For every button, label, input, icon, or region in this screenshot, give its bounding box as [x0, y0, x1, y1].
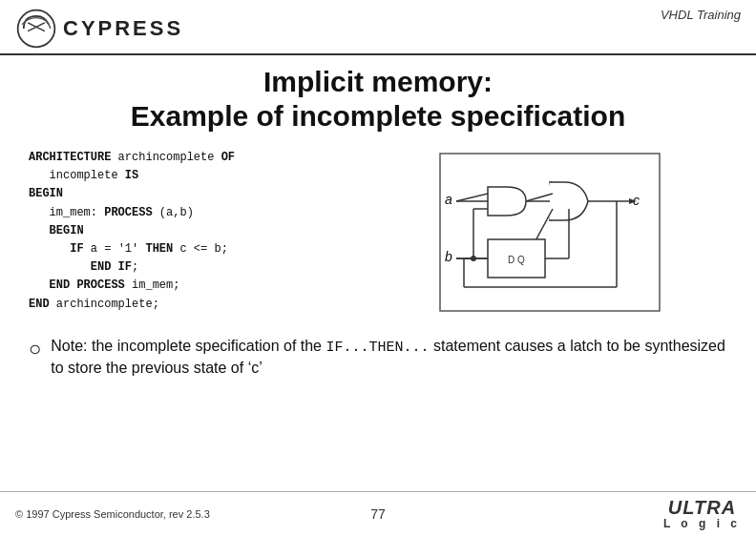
header-vhdl-title: VHDL Training: [661, 8, 741, 22]
ultra-logic-logo: ULTRA L o g i c: [663, 498, 741, 530]
svg-line-9: [526, 194, 553, 201]
header: CYPRESS VHDL Training: [0, 0, 756, 55]
svg-point-22: [471, 256, 476, 261]
label-b: b: [445, 249, 452, 264]
cypress-logo-icon: [15, 8, 57, 50]
note-text: Note: the incomplete specification of th…: [51, 336, 727, 379]
note-section: ○ Note: the incomplete specification of …: [0, 330, 756, 382]
footer-page-number: 77: [370, 506, 386, 522]
logo-area: CYPRESS: [15, 8, 183, 50]
circuit-diagram: a b: [411, 149, 688, 320]
content-area: ARCHITECTURE archincomplete OF incomplet…: [0, 139, 756, 330]
main-title: Implicit memory: Example of incomplete s…: [0, 55, 756, 139]
code-block: ARCHITECTURE archincomplete OF incomplet…: [29, 149, 353, 314]
footer: © 1997 Cypress Semiconductor, rev 2.5.3 …: [0, 491, 756, 536]
svg-line-5: [456, 194, 488, 201]
footer-copyright: © 1997 Cypress Semiconductor, rev 2.5.3: [15, 508, 663, 520]
logo-text: CYPRESS: [63, 16, 183, 41]
label-a: a: [445, 192, 452, 207]
note-bullet: ○: [29, 336, 41, 363]
ultra-text: ULTRA: [668, 498, 736, 517]
svg-text:D Q: D Q: [508, 255, 525, 265]
logic-text: L o g i c: [663, 517, 741, 530]
circuit-area: a b: [372, 149, 727, 320]
title-text: Implicit memory: Example of incomplete s…: [19, 65, 737, 134]
